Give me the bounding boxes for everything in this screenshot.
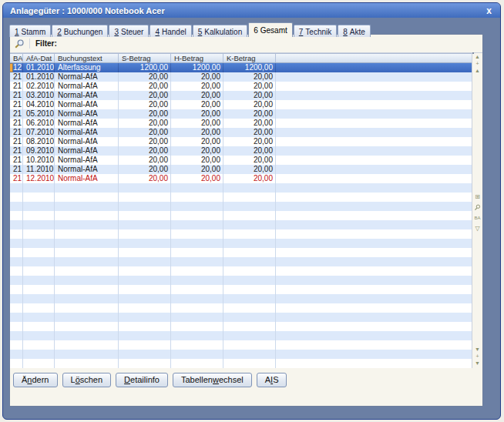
cell-buchungstext xyxy=(55,248,119,257)
tab-handel[interactable]: 4Handel xyxy=(150,25,191,37)
titlebar[interactable]: Anlagegüter : 1000/000 Notebook Acer x xyxy=(3,3,500,18)
tab-kalkulation[interactable]: 5Kalkulation xyxy=(193,25,247,37)
tab-gesamt[interactable]: 6Gesamt xyxy=(248,22,293,37)
cell-buchungstext: Normal-AfA xyxy=(55,109,119,119)
tab-steuer[interactable]: 3Steuer xyxy=(109,25,149,37)
magnifier-icon[interactable] xyxy=(14,39,25,49)
header-cell-ba[interactable]: BA xyxy=(10,54,23,62)
cell-ba xyxy=(10,257,23,266)
cell-filler xyxy=(276,220,472,229)
expand-icon[interactable]: + xyxy=(472,60,482,67)
cell-ba: 21 xyxy=(10,72,23,82)
ba-badge[interactable]: BA xyxy=(472,213,482,223)
header-cell-kbetrag[interactable]: K-Betrag xyxy=(223,54,276,62)
collapse-icon[interactable]: + xyxy=(472,353,482,360)
cell-sbetrag: 20,00 xyxy=(119,72,171,82)
empty-row xyxy=(10,220,472,229)
cell-buchungstext xyxy=(55,276,119,285)
table-row[interactable]: 2102.2010Normal-AfA20,0020,0020,00 xyxy=(10,82,472,91)
cell-sbetrag xyxy=(119,340,171,350)
cell-buchungstext xyxy=(55,266,119,276)
cell-sbetrag xyxy=(119,313,171,322)
cell-buchungstext xyxy=(55,294,119,303)
header-cell-sbetrag[interactable]: S-Betrag xyxy=(119,54,171,62)
tab-akte[interactable]: 8Akte xyxy=(338,25,371,37)
cell-ba xyxy=(10,276,23,285)
cell-ba xyxy=(10,229,23,239)
cell-filler xyxy=(276,91,472,100)
table-row[interactable]: 2110.2010Normal-AfA20,0020,0020,00 xyxy=(10,156,472,165)
cell-afadat: 08.2010 xyxy=(23,137,55,146)
cell-kbetrag xyxy=(223,285,276,294)
tab-stamm[interactable]: 1Stamm xyxy=(9,25,51,37)
scroll-down-icon[interactable]: ▼ xyxy=(472,346,482,353)
ais-button[interactable]: AIS xyxy=(257,373,287,387)
cell-buchungstext xyxy=(55,340,119,350)
header-cell-afadat[interactable]: AfA-Dat xyxy=(23,54,55,62)
button-bar: ÄndernLöschenDetailinfoTabellenwechselAI… xyxy=(10,368,482,387)
search-icon[interactable] xyxy=(472,204,482,211)
cell-filler xyxy=(276,229,472,239)
table-row[interactable]: 2112.2010Normal-AfA20,0020,0020,00 xyxy=(10,174,472,183)
table-row[interactable]: 2107.2010Normal-AfA20,0020,0020,00 xyxy=(10,128,472,137)
cell-filler xyxy=(276,350,472,359)
cell-hbetrag: 20,00 xyxy=(171,100,223,109)
header-cell-buchungstext[interactable]: Buchungstext xyxy=(55,54,119,62)
table-row[interactable]: 2105.2010Normal-AfA20,0020,0020,00 xyxy=(10,109,472,119)
scroll-top-icon[interactable]: ▲ xyxy=(472,53,482,60)
table-row[interactable]: 1201.2010Alterfassung1200,001200,001200,… xyxy=(10,63,472,72)
content-panel: Filter: BAAfA-DatBuchungstextS-BetragH-B… xyxy=(9,34,483,407)
cell-kbetrag: 20,00 xyxy=(223,174,276,183)
cell-hbetrag xyxy=(171,276,223,285)
cell-filler xyxy=(276,359,472,368)
cell-kbetrag xyxy=(223,193,276,202)
cell-afadat xyxy=(23,303,55,313)
cell-ba xyxy=(10,303,23,313)
header-cell-hbetrag[interactable]: H-Betrag xyxy=(171,54,223,62)
cell-afadat xyxy=(23,294,55,303)
cell-kbetrag: 20,00 xyxy=(223,128,276,137)
tab-buchungen[interactable]: 2Buchungen xyxy=(52,25,108,37)
filter-bar: Filter: xyxy=(10,35,482,53)
cell-filler xyxy=(276,100,472,109)
tab-technik[interactable]: 7Technik xyxy=(294,25,337,37)
cell-hbetrag: 1200,00 xyxy=(171,63,223,72)
table-row[interactable]: 2103.2010Normal-AfA20,0020,0020,00 xyxy=(10,91,472,100)
cell-afadat: 11.2010 xyxy=(23,165,55,174)
scroll-bottom-icon[interactable]: ▼ xyxy=(472,360,482,367)
table-row[interactable]: 2109.2010Normal-AfA20,0020,0020,00 xyxy=(10,146,472,156)
table-row[interactable]: 2104.2010Normal-AfA20,0020,0020,00 xyxy=(10,100,472,109)
button-label: S xyxy=(273,375,278,384)
grid-view-icon[interactable]: ⊞ xyxy=(472,192,482,203)
tabellenwechsel-button[interactable]: Tabellenwechsel xyxy=(173,373,252,387)
aendern-button[interactable]: Ändern xyxy=(13,373,58,387)
cell-ba: 21 xyxy=(10,137,23,146)
tab-number: 8 xyxy=(343,28,348,36)
loeschen-button[interactable]: Löschen xyxy=(62,373,112,387)
rail-bottom: ▼ + ▼ xyxy=(472,346,482,367)
cell-afadat xyxy=(23,248,55,257)
scroll-up-icon[interactable]: ▲ xyxy=(472,67,482,74)
column-chooser-icon[interactable] xyxy=(472,52,474,54)
cell-kbetrag xyxy=(223,229,276,239)
cell-hbetrag xyxy=(171,266,223,276)
cell-kbetrag: 20,00 xyxy=(223,137,276,146)
cell-afadat: 03.2010 xyxy=(23,91,55,100)
table-row[interactable]: 2111.2010Normal-AfA20,0020,0020,00 xyxy=(10,165,472,174)
cell-afadat: 04.2010 xyxy=(23,100,55,109)
window-title: Anlagegüter : 1000/000 Notebook Acer xyxy=(10,6,485,15)
filter-funnel-icon[interactable]: ▽ xyxy=(472,223,482,234)
cell-buchungstext xyxy=(55,322,119,331)
table-row[interactable]: 2101.2010Normal-AfA20,0020,0020,00 xyxy=(10,72,472,82)
close-icon[interactable]: x xyxy=(485,6,493,15)
cell-ba xyxy=(10,239,23,248)
cell-filler xyxy=(276,165,472,174)
cell-hbetrag xyxy=(171,257,223,266)
detailinfo-button[interactable]: Detailinfo xyxy=(116,373,168,387)
cell-ba xyxy=(10,285,23,294)
cell-kbetrag: 20,00 xyxy=(223,82,276,91)
table-row[interactable]: 2108.2010Normal-AfA20,0020,0020,00 xyxy=(10,137,472,146)
app-window: Anlagegüter : 1000/000 Notebook Acer x 1… xyxy=(2,2,501,420)
table-row[interactable]: 2106.2010Normal-AfA20,0020,0020,00 xyxy=(10,119,472,128)
cell-ba: 21 xyxy=(10,165,23,174)
